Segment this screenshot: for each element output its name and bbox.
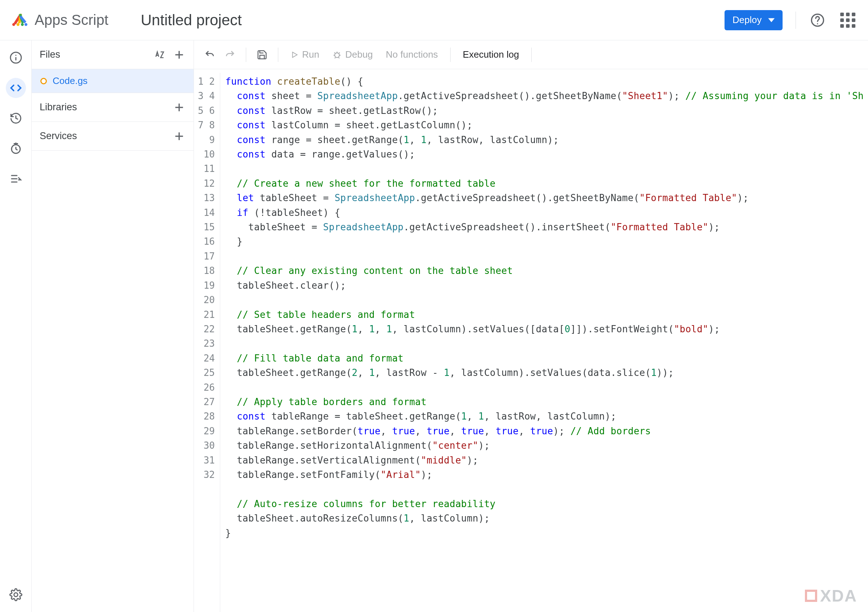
sort-files-button[interactable] [153,48,166,61]
files-header: Files [32,40,194,69]
play-icon [291,51,298,59]
left-rail [0,40,32,612]
redo-icon [225,50,236,60]
app-header: Apps Script Untitled project Deploy [0,0,868,40]
watermark-text: XDA [820,586,857,606]
execution-log-button[interactable]: Execution log [458,49,524,60]
workspace: Files Code.gs Libraries Servic [0,40,868,612]
clock-icon [9,142,22,155]
sort-az-icon [154,49,166,60]
rail-triggers[interactable] [6,138,26,159]
files-label: Files [40,49,60,60]
history-icon [9,112,22,125]
executions-icon [9,172,22,185]
deploy-label: Deploy [732,14,762,26]
svg-point-1 [817,23,818,24]
bug-icon [332,50,342,59]
svg-marker-16 [293,52,298,57]
svg-point-17 [335,53,339,57]
function-select[interactable]: No functions [381,49,443,60]
separator [278,48,278,62]
code-icon [9,81,22,95]
code-content[interactable]: function createTable() { const sheet = S… [220,73,868,612]
add-file-button[interactable] [173,48,186,61]
add-library-button[interactable] [173,101,186,114]
undo-button[interactable] [201,46,219,64]
debug-button[interactable]: Debug [327,49,378,60]
save-button[interactable] [253,46,271,64]
editor-toolbar: Run Debug No functions Execution log [194,40,868,69]
watermark-icon [805,590,817,602]
caret-down-icon [768,18,775,22]
separator [531,48,532,62]
apps-grid-icon [840,12,856,28]
code-editor[interactable]: 1 2 3 4 5 6 7 8 9 10 11 12 13 14 15 16 1… [194,69,868,612]
watermark: XDA [805,586,857,606]
deploy-button[interactable]: Deploy [725,10,783,30]
files-panel: Files Code.gs Libraries Servic [32,40,194,612]
plus-icon [174,102,185,113]
services-label: Services [40,130,77,142]
rail-overview[interactable] [6,48,26,68]
svg-point-4 [15,55,16,56]
line-gutter: 1 2 3 4 5 6 7 8 9 10 11 12 13 14 15 16 1… [194,73,220,612]
gear-icon [9,588,22,601]
file-item-code-gs[interactable]: Code.gs [32,69,194,93]
save-icon [257,50,267,60]
rail-executions[interactable] [6,169,26,189]
file-name: Code.gs [53,75,88,87]
info-icon [9,51,22,64]
separator [246,48,246,62]
project-title[interactable]: Untitled project [141,12,242,29]
plus-icon [174,49,185,60]
run-button[interactable]: Run [285,49,324,60]
divider [795,12,796,29]
add-service-button[interactable] [173,130,186,143]
svg-point-9 [14,593,18,597]
redo-button[interactable] [221,46,239,64]
header-actions: Deploy [725,10,856,30]
services-header: Services [32,122,194,151]
libraries-label: Libraries [40,102,77,113]
apps-menu-button[interactable] [839,12,856,29]
apps-script-logo-icon [9,12,29,29]
rail-history[interactable] [6,108,26,128]
rail-settings[interactable] [6,585,26,605]
help-icon [810,13,825,27]
unsaved-dot-icon [40,78,47,84]
editor-area: Run Debug No functions Execution log 1 2… [194,40,868,612]
logo-block: Apps Script [9,12,108,29]
product-name: Apps Script [35,12,108,28]
rail-editor[interactable] [6,78,26,98]
libraries-header: Libraries [32,93,194,122]
plus-icon [174,130,185,142]
help-button[interactable] [809,12,826,29]
undo-icon [205,50,215,60]
separator [450,48,451,62]
